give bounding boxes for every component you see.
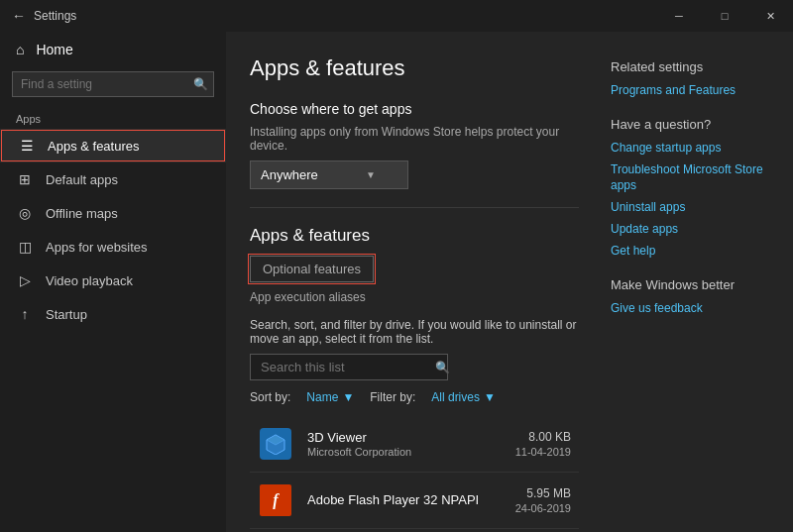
filter-chevron-icon: ▼ [484, 390, 496, 404]
video-playback-icon: ▷ [16, 272, 34, 288]
flash-npapi-icon: f [260, 484, 291, 516]
home-label: Home [36, 42, 72, 57]
make-windows-better-section: Make Windows better Give us feedback [611, 277, 769, 317]
main-layout: ⌂ Home 🔍 Apps ☰ Apps & features ⊞ Defaul… [0, 32, 793, 532]
related-settings-title: Related settings [611, 59, 769, 74]
choose-apps-section: Choose where to get apps Installing apps… [250, 101, 579, 189]
give-feedback-link[interactable]: Give us feedback [611, 300, 769, 317]
app-list: 3D Viewer Microsoft Corporation 8.00 KB … [250, 416, 579, 532]
app-size-flash-npapi: 5.95 MB [515, 486, 571, 500]
titlebar-left: ← Settings [12, 8, 76, 24]
titlebar: ← Settings ─ □ ✕ [0, 0, 793, 32]
home-icon: ⌂ [16, 42, 24, 57]
filter-value: All drives [431, 390, 480, 404]
sidebar-item-apps-features[interactable]: ☰ Apps & features [0, 129, 226, 162]
startup-icon: ↑ [16, 306, 34, 322]
sidebar-search-icon: 🔍 [193, 77, 208, 91]
sidebar-section-label: Apps [0, 105, 226, 129]
optional-features-button[interactable]: Optional features [250, 256, 374, 282]
sidebar: ⌂ Home 🔍 Apps ☰ Apps & features ⊞ Defaul… [0, 32, 226, 532]
sidebar-item-default-apps[interactable]: ⊞ Default apps [0, 162, 226, 196]
content-area: Apps & features Choose where to get apps… [226, 32, 793, 532]
right-panel: Related settings Programs and Features H… [611, 55, 769, 532]
sidebar-item-label-offline-maps: Offline maps [46, 206, 118, 221]
apps-source-dropdown[interactable]: Anywhere ▼ [250, 160, 408, 189]
make-better-title: Make Windows better [611, 277, 769, 292]
filter-dropdown[interactable]: All drives ▼ [431, 390, 496, 404]
titlebar-title: Settings [34, 9, 76, 23]
maximize-button[interactable]: □ [702, 0, 747, 32]
offline-maps-icon: ◎ [16, 205, 34, 221]
choose-apps-desc: Installing apps only from Windows Store … [250, 125, 579, 153]
content-main: Apps & features Choose where to get apps… [250, 55, 579, 532]
app-icon-3d-viewer [258, 426, 293, 462]
sort-label: Sort by: [250, 390, 290, 404]
question-title: Have a question? [611, 117, 769, 132]
change-startup-link[interactable]: Change startup apps [611, 140, 769, 157]
have-a-question-section: Have a question? Change startup apps Tro… [611, 117, 769, 260]
sidebar-item-label-startup: Startup [46, 307, 87, 322]
sidebar-search-input[interactable] [12, 71, 214, 97]
sort-dropdown[interactable]: Name ▼ [306, 390, 354, 404]
apps-search-box[interactable]: 🔍 [250, 354, 448, 380]
get-help-link[interactable]: Get help [611, 243, 769, 260]
apps-search-input[interactable] [261, 360, 427, 374]
page-title: Apps & features [250, 55, 579, 81]
titlebar-controls: ─ □ ✕ [656, 0, 793, 32]
app-info-3d-viewer: 3D Viewer Microsoft Corporation [307, 430, 502, 458]
app-item-3d-viewer[interactable]: 3D Viewer Microsoft Corporation 8.00 KB … [250, 416, 579, 473]
default-apps-icon: ⊞ [16, 171, 34, 187]
troubleshoot-store-link[interactable]: Troubleshoot Microsoft Store apps [611, 161, 769, 195]
app-meta-3d-viewer: 8.00 KB 11-04-2019 [515, 430, 571, 458]
filter-label: Filter by: [370, 390, 415, 404]
sidebar-item-label-default-apps: Default apps [46, 172, 118, 187]
app-size-3d-viewer: 8.00 KB [515, 430, 571, 444]
apps-search-icon: 🔍 [435, 361, 450, 374]
apps-section-title: Apps & features [250, 226, 579, 246]
sidebar-item-apps-websites[interactable]: ◫ Apps for websites [0, 230, 226, 264]
close-button[interactable]: ✕ [747, 0, 793, 32]
app-item-flash-npapi[interactable]: f Adobe Flash Player 32 NPAPI 5.95 MB 24… [250, 473, 579, 529]
sidebar-item-label-video-playback: Video playback [46, 273, 133, 288]
update-apps-link[interactable]: Update apps [611, 221, 769, 238]
3d-viewer-icon [260, 428, 291, 460]
sidebar-item-offline-maps[interactable]: ◎ Offline maps [0, 196, 226, 230]
filters-row: Sort by: Name ▼ Filter by: All drives ▼ [250, 390, 579, 404]
app-date-flash-npapi: 24-06-2019 [515, 502, 571, 514]
app-publisher-3d-viewer: Microsoft Corporation [307, 446, 502, 458]
uninstall-apps-link[interactable]: Uninstall apps [611, 199, 769, 216]
app-name-flash-npapi: Adobe Flash Player 32 NPAPI [307, 492, 502, 507]
sidebar-search-container: 🔍 [12, 71, 214, 97]
sidebar-item-label-apps-features: Apps & features [48, 139, 140, 154]
sidebar-home-button[interactable]: ⌂ Home [0, 32, 226, 67]
app-meta-flash-npapi: 5.95 MB 24-06-2019 [515, 486, 571, 514]
back-icon[interactable]: ← [12, 8, 26, 24]
apps-websites-icon: ◫ [16, 239, 34, 255]
app-date-3d-viewer: 11-04-2019 [515, 446, 571, 458]
programs-features-link[interactable]: Programs and Features [611, 82, 769, 99]
sort-value: Name [306, 390, 338, 404]
dropdown-chevron-icon: ▼ [366, 169, 376, 180]
app-icon-flash-npapi: f [258, 482, 293, 518]
apps-features-icon: ☰ [18, 138, 36, 154]
apps-features-section: Apps & features Optional features App ex… [250, 226, 579, 532]
search-description: Search, sort, and filter by drive. If yo… [250, 318, 579, 346]
sidebar-item-video-playback[interactable]: ▷ Video playback [0, 264, 226, 297]
sidebar-item-startup[interactable]: ↑ Startup [0, 297, 226, 331]
sort-chevron-icon: ▼ [342, 390, 354, 404]
choose-apps-title: Choose where to get apps [250, 101, 579, 117]
app-name-3d-viewer: 3D Viewer [307, 430, 502, 445]
sidebar-item-label-apps-websites: Apps for websites [46, 240, 148, 255]
app-info-flash-npapi: Adobe Flash Player 32 NPAPI [307, 492, 502, 508]
section-divider-1 [250, 207, 579, 208]
minimize-button[interactable]: ─ [656, 0, 702, 32]
app-execution-aliases-link[interactable]: App execution aliases [250, 290, 579, 304]
dropdown-value: Anywhere [261, 167, 318, 182]
